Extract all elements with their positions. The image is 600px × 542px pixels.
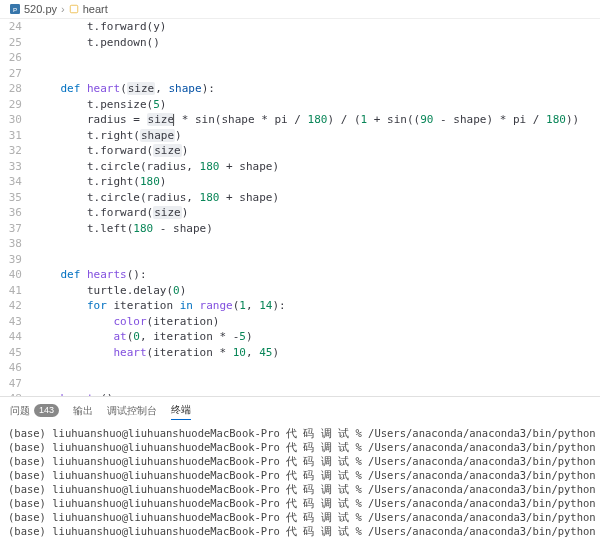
code-line[interactable]: 45 heart(iteration * 10, 45) xyxy=(0,345,600,361)
line-number: 26 xyxy=(0,50,34,66)
code-line[interactable]: 39 xyxy=(0,252,600,268)
code-content: t.forward(size) xyxy=(34,205,600,221)
line-number: 41 xyxy=(0,283,34,299)
code-line[interactable]: 37 t.left(180 - shape) xyxy=(0,221,600,237)
code-line[interactable]: 32 t.forward(size) xyxy=(0,143,600,159)
terminal-line: (base) liuhuanshuo@liuhuanshuodeMacBook-… xyxy=(8,440,592,454)
code-content: def hearts(): xyxy=(34,267,600,283)
code-content xyxy=(34,376,600,392)
terminal-line: (base) liuhuanshuo@liuhuanshuodeMacBook-… xyxy=(8,482,592,496)
code-line[interactable]: 26 xyxy=(0,50,600,66)
panel-tab-label: 终端 xyxy=(171,403,191,417)
terminal-line: (base) liuhuanshuo@liuhuanshuodeMacBook-… xyxy=(8,524,592,538)
chevron-right-icon: › xyxy=(61,3,65,15)
code-line[interactable]: 33 t.circle(radius, 180 + shape) xyxy=(0,159,600,175)
symbol-function-icon xyxy=(69,4,79,14)
line-number: 37 xyxy=(0,221,34,237)
panel-tab-debug[interactable]: 调试控制台 xyxy=(107,401,157,420)
svg-text:P: P xyxy=(13,6,17,13)
line-number: 34 xyxy=(0,174,34,190)
terminal-panel[interactable]: (base) liuhuanshuo@liuhuanshuodeMacBook-… xyxy=(0,422,600,542)
code-line[interactable]: 28 def heart(size, shape): xyxy=(0,81,600,97)
code-content: t.right(shape) xyxy=(34,128,600,144)
code-line[interactable]: 40 def hearts(): xyxy=(0,267,600,283)
code-content: heart(iteration * 10, 45) xyxy=(34,345,600,361)
line-number: 36 xyxy=(0,205,34,221)
line-number: 29 xyxy=(0,97,34,113)
line-number: 24 xyxy=(0,19,34,35)
line-number: 38 xyxy=(0,236,34,252)
breadcrumb-file[interactable]: 520.py xyxy=(24,3,57,15)
line-number: 33 xyxy=(0,159,34,175)
breadcrumb-symbol[interactable]: heart xyxy=(83,3,108,15)
code-content: turtle.delay(0) xyxy=(34,283,600,299)
code-content: radius = size * sin(shape * pi / 180) / … xyxy=(34,112,600,128)
line-number: 40 xyxy=(0,267,34,283)
python-file-icon: P xyxy=(10,4,20,14)
code-content: t.pensize(5) xyxy=(34,97,600,113)
breadcrumb: P 520.py › heart xyxy=(0,0,600,19)
code-line[interactable]: 47 xyxy=(0,376,600,392)
panel-tab-terminal[interactable]: 终端 xyxy=(171,401,191,420)
code-content xyxy=(34,236,600,252)
code-content xyxy=(34,252,600,268)
code-line[interactable]: 34 t.right(180) xyxy=(0,174,600,190)
line-number: 25 xyxy=(0,35,34,51)
line-number: 44 xyxy=(0,329,34,345)
code-editor[interactable]: 24 t.forward(y)25 t.pendown()262728 def … xyxy=(0,19,600,396)
code-line[interactable]: 27 xyxy=(0,66,600,82)
code-line[interactable]: 31 t.right(shape) xyxy=(0,128,600,144)
line-number: 46 xyxy=(0,360,34,376)
code-content: t.circle(radius, 180 + shape) xyxy=(34,190,600,206)
code-content: t.forward(size) xyxy=(34,143,600,159)
terminal-line: (base) liuhuanshuo@liuhuanshuodeMacBook-… xyxy=(8,468,592,482)
terminal-line: (base) liuhuanshuo@liuhuanshuodeMacBook-… xyxy=(8,496,592,510)
code-line[interactable]: 42 for iteration in range(1, 14): xyxy=(0,298,600,314)
panel-tab-label: 问题 xyxy=(10,404,30,418)
line-number: 45 xyxy=(0,345,34,361)
code-line[interactable]: 30 radius = size * sin(shape * pi / 180)… xyxy=(0,112,600,128)
code-content: t.forward(y) xyxy=(34,19,600,35)
code-line[interactable]: 35 t.circle(radius, 180 + shape) xyxy=(0,190,600,206)
line-number: 35 xyxy=(0,190,34,206)
terminal-line: (base) liuhuanshuo@liuhuanshuodeMacBook-… xyxy=(8,454,592,468)
panel-tab-label: 输出 xyxy=(73,404,93,418)
terminal-line: (base) liuhuanshuo@liuhuanshuodeMacBook-… xyxy=(8,510,592,524)
code-line[interactable]: 24 t.forward(y) xyxy=(0,19,600,35)
code-content: for iteration in range(1, 14): xyxy=(34,298,600,314)
code-content xyxy=(34,66,600,82)
code-content xyxy=(34,360,600,376)
code-content: t.pendown() xyxy=(34,35,600,51)
code-line[interactable]: 38 xyxy=(0,236,600,252)
code-line[interactable]: 46 xyxy=(0,360,600,376)
line-number: 39 xyxy=(0,252,34,268)
panel-tab-label: 调试控制台 xyxy=(107,404,157,418)
code-line[interactable]: 25 t.pendown() xyxy=(0,35,600,51)
line-number: 28 xyxy=(0,81,34,97)
panel-tab-output[interactable]: 输出 xyxy=(73,401,93,420)
code-content: t.left(180 - shape) xyxy=(34,221,600,237)
line-number: 47 xyxy=(0,376,34,392)
code-content: t.right(180) xyxy=(34,174,600,190)
code-line[interactable]: 44 at(0, iteration * -5) xyxy=(0,329,600,345)
code-content xyxy=(34,50,600,66)
panel-tab-problems[interactable]: 问题 143 xyxy=(10,401,59,420)
code-line[interactable]: 41 turtle.delay(0) xyxy=(0,283,600,299)
code-content: def heart(size, shape): xyxy=(34,81,600,97)
svg-rect-2 xyxy=(70,5,78,13)
code-line[interactable]: 36 t.forward(size) xyxy=(0,205,600,221)
problems-count-badge: 143 xyxy=(34,404,59,417)
code-line[interactable]: 43 color(iteration) xyxy=(0,314,600,330)
line-number: 27 xyxy=(0,66,34,82)
code-content: t.circle(radius, 180 + shape) xyxy=(34,159,600,175)
line-number: 30 xyxy=(0,112,34,128)
line-number: 43 xyxy=(0,314,34,330)
code-content: color(iteration) xyxy=(34,314,600,330)
code-content: at(0, iteration * -5) xyxy=(34,329,600,345)
panel-tabs: 问题 143 输出 调试控制台 终端 xyxy=(0,396,600,422)
terminal-line: (base) liuhuanshuo@liuhuanshuodeMacBook-… xyxy=(8,426,592,440)
line-number: 42 xyxy=(0,298,34,314)
code-line[interactable]: 29 t.pensize(5) xyxy=(0,97,600,113)
line-number: 31 xyxy=(0,128,34,144)
line-number: 32 xyxy=(0,143,34,159)
